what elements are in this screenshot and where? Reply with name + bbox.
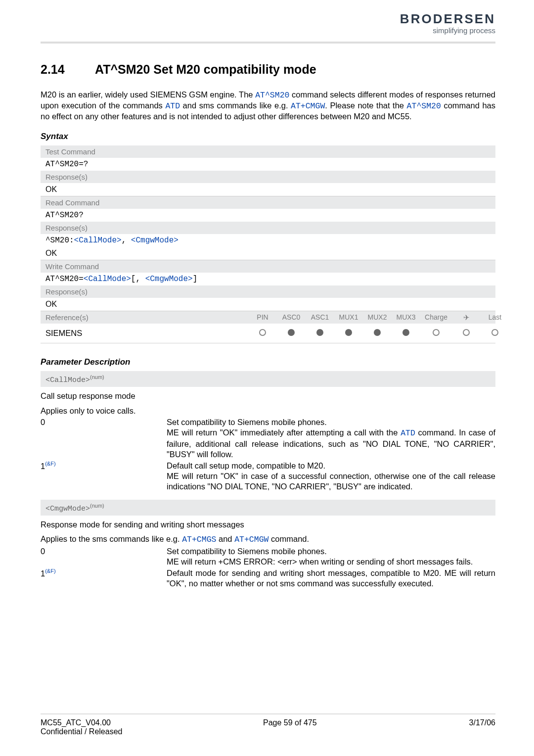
read-command-label: Read Command [41,196,495,209]
brand-logo: BRODERSEN [400,12,495,25]
col-mux2: MUX2 [363,313,392,322]
footer-page: Page 59 of 475 [263,718,317,727]
section-title-text: AT^SM20 Set M20 compatibility mode [95,62,316,76]
param-key: 0 [41,546,167,567]
callmode-value-0: 0 Set compatibility to Siemens mobile ph… [41,417,495,460]
dot-charge [420,329,452,338]
cmgwmode-lead2: Applies to the sms commands like e.g. AT… [41,530,495,545]
footer-date: 3/17/06 [469,718,495,727]
key-sup: (&F) [45,568,55,574]
param-value: Default mode for sending and writing sho… [167,568,495,589]
read-response: ^SM20:<CallMode>, <CmgwMode> [41,234,495,247]
response-label: Response(s) [41,285,495,298]
param-key: 0 [41,417,167,460]
cmd-atsm20: AT^SM20 [407,101,441,111]
cmd-atcmgs: AT+CMGS [182,535,216,544]
parameter-heading: Parameter Description [41,357,495,367]
key-sup: (&F) [45,461,55,467]
col-mux3: MUX3 [392,313,420,322]
write-br2: ] [193,275,198,284]
param-tag-sup: (num) [90,374,104,380]
callmode-lead2: Applies only to voice calls. [41,402,495,416]
cmgwmode-value-1: 1(&F) Default mode for sending and writi… [41,568,495,589]
footer-confidentiality: Confidential / Released [41,727,495,736]
param-value: Default call setup mode, compatible to M… [167,461,495,492]
response-ok: OK [41,247,495,260]
write-command-label: Write Command [41,260,495,273]
response-ok: OK [41,298,495,311]
text: Set compatibility to Siemens mobile phon… [167,418,327,426]
param-callmode-ref: <CallMode> [74,236,122,245]
cmgwmode-lead1: Response mode for sending and writing sh… [41,516,495,530]
dot-pin [248,329,277,338]
reference-value: SIEMENS [41,327,248,340]
dot-asc0 [277,329,306,338]
text: command. [268,534,309,543]
cmd-atd: ATD [165,101,180,111]
dot-mux3 [392,329,420,338]
parameter-description-block: Parameter Description <CallMode>(num) Ca… [41,357,495,588]
cmgwmode-value-0: 0 Set compatibility to Siemens mobile ph… [41,546,495,567]
param-cmgwmode-ref: <CmgwMode> [145,275,193,284]
response-label: Response(s) [41,171,495,183]
page: BRODERSEN simplifying process 2.14AT^SM2… [0,0,534,756]
cmd-atcmgw: AT+CMGW [234,535,268,544]
text: and [216,534,234,543]
comma: , [122,236,131,245]
col-asc0: ASC0 [277,313,306,322]
cmd-atcmgw: AT+CMGW [291,101,325,111]
intro-text: . Please note that the [325,101,406,110]
intro-text: and sms commands like e.g. [180,101,291,110]
header-rule [41,42,495,44]
param-value: Set compatibility to Siemens mobile phon… [167,546,495,567]
page-footer: MC55_ATC_V04.00 Page 59 of 475 3/17/06 C… [41,713,495,736]
section-title: 2.14AT^SM20 Set M20 compatibility mode [41,62,495,77]
param-tag-name: <CmgwMode> [45,505,90,513]
param-key: 1(&F) [41,461,167,492]
param-value: Set compatibility to Siemens mobile phon… [167,417,495,460]
section-number: 2.14 [41,62,95,77]
syntax-block: Test Command AT^SM20=? Response(s) OK Re… [41,145,495,343]
response-ok: OK [41,183,495,196]
intro-paragraph: M20 is an earlier, widely used SIEMENS G… [41,90,495,122]
support-dots [248,329,509,338]
dot-last [481,329,509,338]
param-cmgwmode-ref: <CmgwMode> [131,236,178,245]
reference-row: SIEMENS [41,324,495,343]
page-header: BRODERSEN simplifying process [41,12,495,35]
cmd-atd: ATD [400,428,415,438]
param-tag-name: <CallMode> [45,376,90,384]
write-command: AT^SM20=<CallMode>[, <CmgwMode>] [41,273,495,285]
param-key: 1(&F) [41,568,167,589]
param-callmode-ref: <CallMode> [84,275,131,284]
dot-airplane [452,329,481,338]
col-airplane-icon: ✈ [452,313,481,322]
syntax-heading: Syntax [41,132,495,142]
dot-mux1 [334,329,363,338]
footer-doc-id: MC55_ATC_V04.00 [41,718,111,727]
dot-asc1 [306,329,334,338]
param-callmode-tag: <CallMode>(num) [41,371,495,387]
support-columns: PIN ASC0 ASC1 MUX1 MUX2 MUX3 Charge ✈ La… [248,313,509,322]
test-command-label: Test Command [41,145,495,158]
col-charge: Charge [420,313,452,322]
write-br1: [, [131,275,145,284]
brand-tagline: simplifying process [433,26,495,35]
resp-prefix: ^SM20: [45,236,74,245]
dot-mux2 [363,329,392,338]
param-tag-sup: (num) [90,503,104,509]
write-cmd-pre: AT^SM20= [45,275,84,284]
key-num: 1 [41,462,45,471]
read-command: AT^SM20? [41,209,495,222]
key-num: 1 [41,568,45,577]
text: Applies to the sms commands like e.g. [41,534,182,543]
response-label: Response(s) [41,222,495,234]
param-cmgwmode-tag: <CmgwMode>(num) [41,500,495,516]
col-mux1: MUX1 [334,313,363,322]
col-asc1: ASC1 [306,313,334,322]
reference-label: Reference(s) [41,311,248,324]
text: ME will return "OK" immediately after at… [167,428,400,437]
col-pin: PIN [248,313,277,322]
test-command: AT^SM20=? [41,158,495,171]
reference-header-row: Reference(s) PIN ASC0 ASC1 MUX1 MUX2 MUX… [41,311,495,324]
